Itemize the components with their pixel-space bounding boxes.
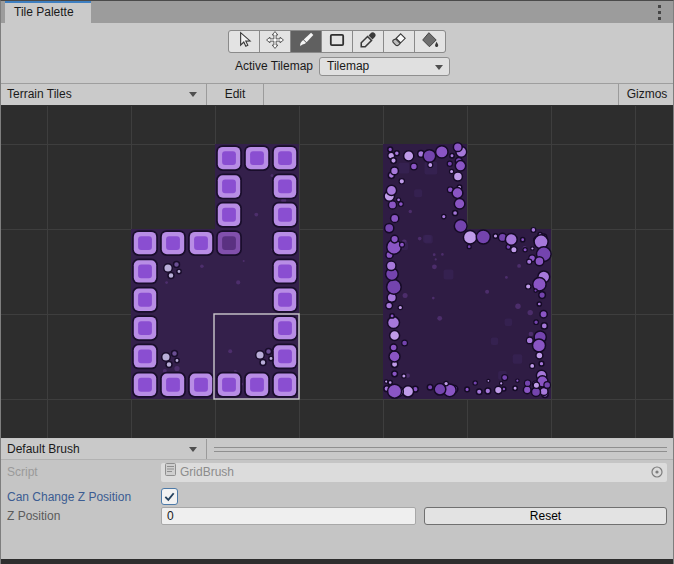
move-icon [266,31,284,52]
reset-button[interactable]: Reset [424,507,667,525]
tab-tile-palette[interactable]: Tile Palette [5,1,91,23]
chevron-down-icon [189,92,197,97]
tool-move-button[interactable] [260,31,290,52]
brush-icon [297,31,315,52]
script-value: GridBrush [180,463,234,482]
cursor-icon [235,31,253,52]
brush-panel: Default Brush Script GridBrush Can Chang… [1,438,673,564]
separator [618,84,619,105]
tool-row [228,30,446,53]
z-position-label: Z Position [7,509,60,523]
brush-dropdown-value: Default Brush [7,442,80,456]
palette-dropdown[interactable]: Terrain Tiles [1,84,206,105]
eraser-icon [390,31,408,52]
active-tilemap-label: Active Tilemap [1,59,313,73]
tool-select-button[interactable] [229,31,259,52]
gizmos-button[interactable]: Gizmos [621,84,673,105]
rect-icon [328,31,346,52]
toolbar: Active Tilemap Tilemap [1,23,673,83]
bucket-icon [421,31,439,52]
object-picker-icon[interactable] [650,465,664,485]
brush-dropdown[interactable]: Default Brush [1,439,206,459]
tool-fill-button[interactable] [415,31,445,52]
checkmark-icon [163,490,176,503]
tab-title: Tile Palette [14,5,74,19]
tool-pick-button[interactable] [353,31,383,52]
can-change-z-checkbox[interactable] [161,488,178,505]
active-tilemap-value: Tilemap [327,59,369,73]
script-file-icon [165,463,176,482]
tile-palette-window: Tile Palette Active Tilemap Tilemap Terr… [0,0,674,564]
active-tilemap-dropdown[interactable]: Tilemap [319,57,450,76]
z-position-input[interactable]: 0 [161,507,416,525]
divider [214,447,667,452]
separator [263,84,264,105]
kebab-menu-icon[interactable] [654,4,664,20]
chevron-down-icon [435,65,443,70]
tool-erase-button[interactable] [384,31,414,52]
can-change-z-label: Can Change Z Position [7,490,131,504]
tab-bar: Tile Palette [1,1,673,23]
script-field: GridBrush [161,463,667,482]
edit-button[interactable]: Edit [207,84,263,105]
brush-row: Default Brush [1,439,673,460]
palette-bar: Terrain Tiles Edit Gizmos [1,83,673,106]
window-bottom-edge [1,559,673,564]
tool-paint-button[interactable] [291,31,321,52]
tool-box-fill-button[interactable] [322,31,352,52]
eyedropper-icon [359,31,377,52]
palette-dropdown-value: Terrain Tiles [7,87,72,101]
chevron-down-icon [189,447,197,452]
separator [206,439,207,459]
script-label: Script [7,465,38,479]
tile-palette-canvas[interactable] [1,106,674,438]
